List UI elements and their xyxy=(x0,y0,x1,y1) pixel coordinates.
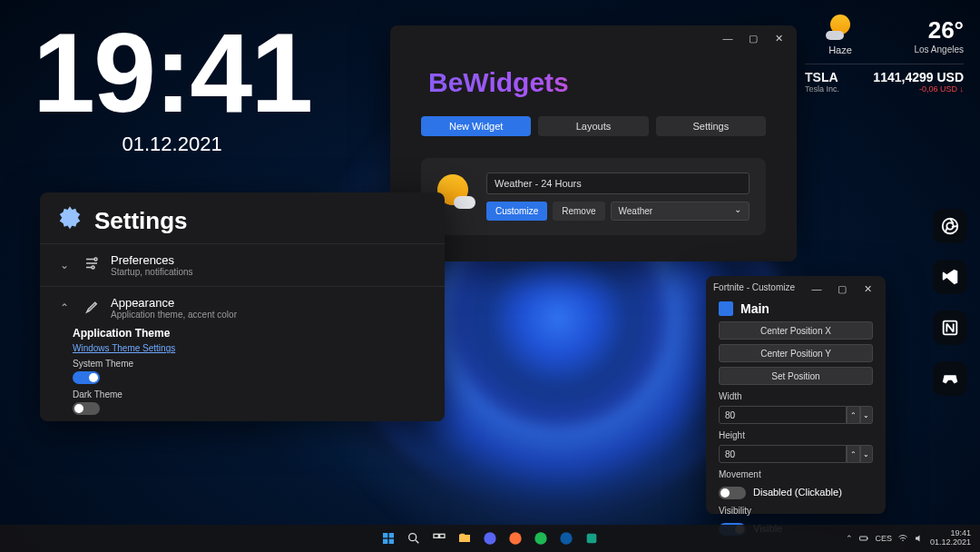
maximize-button[interactable]: ▢ xyxy=(740,25,766,51)
close-button[interactable]: ✕ xyxy=(766,25,791,51)
svg-point-13 xyxy=(484,532,495,544)
system-theme-toggle[interactable] xyxy=(73,371,100,384)
close-button[interactable]: ✕ xyxy=(855,276,880,301)
bewidgets-window: — ▢ ✕ BeWidgets New Widget Layouts Setti… xyxy=(390,25,797,261)
movement-label: Movement xyxy=(719,469,873,479)
volume-icon[interactable] xyxy=(914,533,925,544)
discord-icon[interactable] xyxy=(480,528,500,548)
width-up-button[interactable]: ⌃ xyxy=(847,406,860,424)
width-down-button[interactable]: ⌄ xyxy=(860,406,874,424)
set-position-button[interactable]: Set Position xyxy=(719,367,873,385)
bewidgets-logo: BeWidgets xyxy=(428,67,797,98)
center-x-button[interactable]: Center Position X xyxy=(719,321,873,340)
settings-title: Settings xyxy=(94,207,188,235)
svg-rect-17 xyxy=(587,534,597,544)
svg-point-5 xyxy=(92,266,94,269)
bewidgets-tabs: New Widget Layouts Settings xyxy=(390,116,797,136)
stock-price: 1141,4299 USD xyxy=(873,70,964,84)
bewidgets-titlebar: — ▢ ✕ xyxy=(390,25,797,51)
main-section-label: Main xyxy=(740,301,769,316)
height-up-button[interactable]: ⌃ xyxy=(847,445,860,463)
svg-point-10 xyxy=(409,534,416,541)
customize-window: Fortnite - Customize — ▢ ✕ Main Center P… xyxy=(706,276,886,514)
clock-time: 19:41 xyxy=(33,16,311,129)
firefox-icon[interactable] xyxy=(505,528,525,548)
maximize-button[interactable]: ▢ xyxy=(829,276,855,301)
clock-date: 01.12.2021 xyxy=(33,133,311,156)
taskbar-clock[interactable]: 19:41 01.12.2021 xyxy=(930,529,971,547)
explorer-icon[interactable] xyxy=(455,528,475,548)
application-theme-heading: Application Theme xyxy=(73,327,425,340)
dark-theme-label: Dark Theme xyxy=(73,389,425,399)
tab-settings[interactable]: Settings xyxy=(656,116,766,136)
width-label: Width xyxy=(719,391,873,401)
system-theme-label: System Theme xyxy=(73,359,425,369)
svg-rect-12 xyxy=(440,534,445,537)
sliders-icon xyxy=(83,255,100,275)
widget-name-input[interactable] xyxy=(486,172,750,194)
main-section-icon xyxy=(719,301,733,316)
visibility-label: Visibility xyxy=(719,506,873,516)
svg-rect-6 xyxy=(383,533,387,537)
stock-widget: TSLA Tesla Inc. 1141,4299 USD -0,06 USD … xyxy=(805,64,964,94)
gear-icon xyxy=(56,205,83,236)
center-y-button[interactable]: Center Position Y xyxy=(719,344,873,362)
customize-titlebar: Fortnite - Customize — ▢ ✕ xyxy=(706,276,886,301)
taskbar: ⌃ CES 19:41 01.12.2021 xyxy=(0,525,980,552)
taskbar-center xyxy=(378,528,602,548)
chevron-up-icon: ⌃ xyxy=(60,301,73,314)
stock-name: Tesla Inc. xyxy=(805,84,839,94)
weather-condition: Haze xyxy=(804,44,877,55)
svg-rect-18 xyxy=(860,537,867,540)
stock-change: -0,06 USD ↓ xyxy=(873,84,964,94)
visual-studio-icon[interactable] xyxy=(933,260,967,294)
height-stepper: ⌃ ⌄ xyxy=(719,445,873,463)
tray-chevron-icon[interactable]: ⌃ xyxy=(846,534,853,543)
chevron-down-icon: ⌄ xyxy=(60,259,73,271)
clock-widget: 19:41 01.12.2021 xyxy=(33,16,311,156)
tab-new-widget[interactable]: New Widget xyxy=(421,116,531,136)
svg-rect-9 xyxy=(389,539,394,544)
height-down-button[interactable]: ⌄ xyxy=(860,445,874,463)
stock-ticker: TSLA xyxy=(805,70,839,84)
appearance-header[interactable]: ⌃ Appearance Application theme, accent c… xyxy=(60,296,425,320)
widget-type-select[interactable]: Weather xyxy=(611,202,750,221)
remove-button[interactable]: Remove xyxy=(553,202,604,221)
minimize-button[interactable]: — xyxy=(804,276,829,301)
width-input[interactable] xyxy=(719,406,847,424)
svg-rect-11 xyxy=(434,534,438,537)
chrome-icon[interactable] xyxy=(933,209,967,243)
spotify-icon[interactable] xyxy=(531,528,551,548)
widget-card: Customize Remove Weather xyxy=(421,158,766,235)
taskbar-tray: ⌃ CES 19:41 01.12.2021 xyxy=(846,529,980,547)
game-icon[interactable] xyxy=(933,361,967,396)
wifi-icon[interactable] xyxy=(897,533,908,544)
windows-theme-link[interactable]: Windows Theme Settings xyxy=(73,343,425,353)
language-indicator[interactable]: CES xyxy=(875,534,892,543)
weather-widget: Haze xyxy=(804,13,877,55)
app-icon[interactable] xyxy=(582,528,602,548)
preferences-section[interactable]: ⌄ Preferences Startup, notifications xyxy=(40,243,445,286)
height-label: Height xyxy=(719,430,873,440)
weather-icon xyxy=(826,13,855,42)
search-icon[interactable] xyxy=(404,528,424,548)
movement-text: Disabled (Clickable) xyxy=(753,487,842,498)
height-input[interactable] xyxy=(719,445,847,463)
svg-point-14 xyxy=(509,532,521,544)
movement-toggle[interactable] xyxy=(719,487,746,499)
minimize-button[interactable]: — xyxy=(715,25,740,51)
dark-theme-toggle[interactable] xyxy=(73,402,100,415)
customize-window-title: Fortnite - Customize xyxy=(713,282,795,292)
notion-icon[interactable] xyxy=(933,310,967,345)
customize-button[interactable]: Customize xyxy=(486,202,547,221)
appearance-section: ⌃ Appearance Application theme, accent c… xyxy=(40,286,445,424)
svg-rect-7 xyxy=(389,533,394,537)
preferences-subtitle: Startup, notifications xyxy=(111,267,193,277)
start-button[interactable] xyxy=(378,528,398,548)
taskbar-date: 01.12.2021 xyxy=(930,538,971,547)
edge-icon[interactable] xyxy=(556,528,576,548)
task-view-icon[interactable] xyxy=(429,528,449,548)
tab-layouts[interactable]: Layouts xyxy=(538,116,648,136)
temperature-value: 26° xyxy=(915,16,965,44)
battery-icon[interactable] xyxy=(858,533,869,544)
